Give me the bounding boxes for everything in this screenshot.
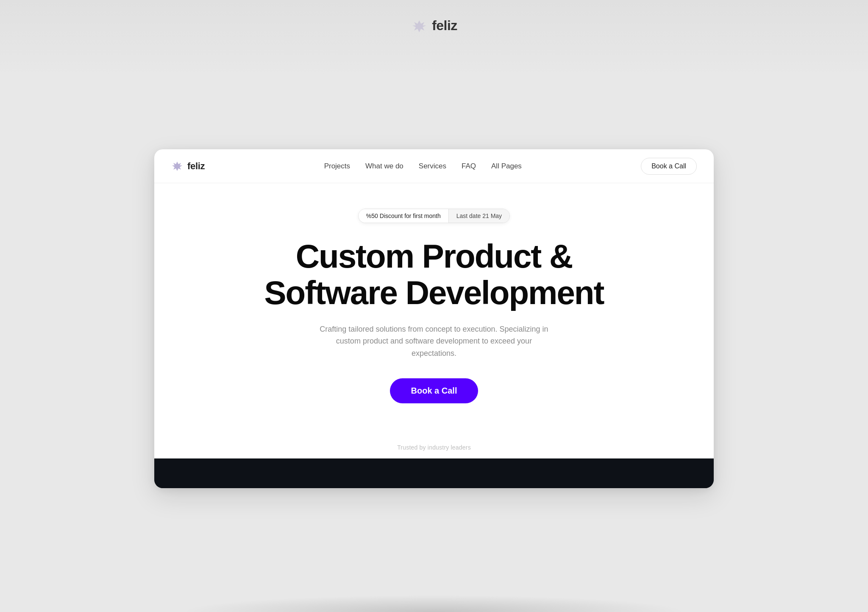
nav-link-all-pages[interactable]: All Pages: [491, 162, 522, 170]
nav-link-what-we-do[interactable]: What we do: [365, 162, 403, 170]
navbar: feliz Projects What we do Services FAQ A…: [154, 149, 714, 183]
nav-item-faq[interactable]: FAQ: [462, 162, 476, 170]
hero-title-line2: Software Development: [264, 274, 604, 311]
badge-discount-text: %50 Discount for first month: [359, 209, 448, 223]
nav-links: Projects What we do Services FAQ All Pag…: [324, 162, 522, 170]
hero-subtitle: Crafting tailored solutions from concept…: [315, 323, 553, 360]
nav-link-projects[interactable]: Projects: [324, 162, 350, 170]
trusted-label: Trusted by industry leaders: [397, 444, 471, 451]
bottom-bar: [154, 458, 714, 488]
nav-logo: feliz: [171, 160, 205, 172]
background-gradient: [0, 0, 868, 76]
nav-item-services[interactable]: Services: [419, 162, 446, 170]
hero-title-line1: Custom Product &: [296, 238, 573, 275]
bottom-bar-inner: [154, 458, 714, 488]
hero-section: %50 Discount for first month Last date 2…: [154, 183, 714, 444]
browser-card: feliz Projects What we do Services FAQ A…: [154, 149, 714, 488]
nav-link-faq[interactable]: FAQ: [462, 162, 476, 170]
hero-title: Custom Product & Software Development: [264, 238, 604, 311]
nav-book-call-button[interactable]: Book a Call: [641, 158, 697, 175]
nav-item-projects[interactable]: Projects: [324, 162, 350, 170]
top-logo-icon: [411, 17, 428, 34]
top-logo-area: feliz: [411, 17, 457, 34]
nav-item-what-we-do[interactable]: What we do: [365, 162, 403, 170]
badge-date-text: Last date 21 May: [448, 209, 509, 223]
outer-shadow: [180, 595, 688, 612]
nav-link-services[interactable]: Services: [419, 162, 446, 170]
nav-logo-icon: [171, 160, 183, 172]
hero-cta-button[interactable]: Book a Call: [390, 378, 479, 403]
discount-badge: %50 Discount for first month Last date 2…: [358, 209, 510, 223]
top-logo-text: feliz: [432, 18, 457, 34]
nav-logo-text: feliz: [187, 161, 205, 172]
nav-item-all-pages[interactable]: All Pages: [491, 162, 522, 170]
